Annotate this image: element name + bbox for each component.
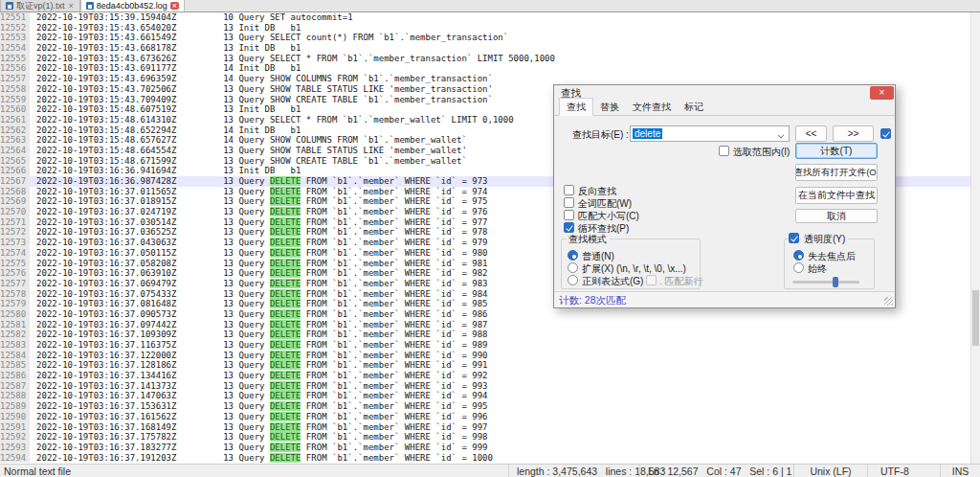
tab-label: 取证vp(1).txt bbox=[16, 0, 65, 12]
cursor-position-status: Ln : 12,567 Col : 47 Sel : 6 | 1 bbox=[639, 465, 793, 477]
search-input[interactable]: delete bbox=[630, 125, 790, 142]
match-case-label: 匹配大小写(C) bbox=[578, 210, 639, 223]
match-case-checkbox[interactable] bbox=[564, 210, 574, 220]
line-number: 12577 bbox=[0, 279, 30, 289]
find-all-current-doc-button[interactable]: 在当前文件中查找 bbox=[795, 187, 878, 204]
line-number: 12587 bbox=[0, 381, 30, 392]
whole-word-checkbox[interactable] bbox=[564, 197, 574, 208]
log-line[interactable]: 125902022-10-19T03:16:37.161562Z 13 Quer… bbox=[0, 412, 970, 422]
dialog-close-button[interactable]: × bbox=[870, 86, 894, 100]
log-line[interactable]: 125872022-10-19T03:16:37.141373Z 13 Quer… bbox=[0, 381, 970, 392]
search-mode-label: 查找模式 bbox=[566, 233, 610, 246]
tab-file-1[interactable]: 取证vp(1).txt × bbox=[0, 0, 80, 11]
find-next-button[interactable]: >> bbox=[833, 125, 874, 142]
chevron-down-icon[interactable] bbox=[778, 132, 785, 139]
log-line[interactable]: 125572022-10-19T03:15:43.696359Z 14 Quer… bbox=[0, 74, 970, 84]
line-number: 12589 bbox=[0, 401, 30, 412]
eol-format-status[interactable]: Unix (LF) bbox=[793, 465, 867, 477]
find-target-label: 查找目标(E) : bbox=[572, 128, 629, 142]
count-button[interactable]: 计数(T) bbox=[795, 143, 878, 159]
dialog-status-bar: 计数: 28次匹配 bbox=[554, 291, 895, 307]
log-line[interactable]: 125562022-10-19T03:15:43.691177Z 14 Init… bbox=[0, 63, 970, 74]
line-number: 12578 bbox=[0, 289, 30, 300]
scrollbar-thumb[interactable] bbox=[972, 290, 979, 346]
line-number: 12593 bbox=[0, 443, 30, 453]
log-line[interactable]: 125932022-10-19T03:16:37.183277Z 13 Quer… bbox=[0, 443, 970, 453]
log-line[interactable]: 125542022-10-19T03:15:43.668178Z 13 Init… bbox=[0, 43, 970, 54]
cancel-button[interactable]: 取消 bbox=[795, 209, 878, 223]
search-match-highlight: DELETE bbox=[270, 238, 301, 247]
line-number: 12580 bbox=[0, 309, 30, 320]
line-number: 12558 bbox=[0, 84, 30, 95]
tab-mark[interactable]: 标记 bbox=[678, 99, 710, 115]
regex-mode-label: 正则表达式(G) bbox=[582, 275, 643, 288]
backward-direction-checkbox[interactable] bbox=[564, 185, 574, 195]
tab-find-in-files[interactable]: 文件查找 bbox=[626, 99, 678, 115]
search-match-highlight: DELETE bbox=[270, 279, 301, 288]
log-line-text: 2022-10-19T03:15:43.691177Z 14 Init DB b… bbox=[30, 63, 970, 74]
log-line[interactable]: 125892022-10-19T03:16:37.153631Z 13 Quer… bbox=[0, 401, 970, 412]
backward-direction-label: 反向查找 bbox=[578, 185, 616, 198]
search-match-highlight: DELETE bbox=[270, 381, 301, 391]
normal-mode-radio[interactable] bbox=[568, 250, 578, 261]
search-match-highlight: DELETE bbox=[270, 391, 301, 400]
log-line-text: 2022-10-19T03:16:37.153631Z 13 Query DEL… bbox=[30, 401, 970, 412]
close-tab-icon[interactable]: × bbox=[170, 2, 179, 10]
log-line[interactable]: 125832022-10-19T03:16:37.116375Z 13 Quer… bbox=[0, 340, 970, 351]
line-number: 12556 bbox=[0, 63, 30, 74]
log-line[interactable]: 125522022-10-19T03:15:43.654020Z 13 Init… bbox=[0, 23, 970, 34]
encoding-status[interactable]: UTF-8 bbox=[867, 465, 940, 477]
always-radio[interactable] bbox=[793, 262, 804, 273]
on-lose-focus-radio[interactable] bbox=[793, 250, 804, 261]
line-number: 12573 bbox=[0, 238, 30, 248]
tab-bar: 取证vp(1).txt × 8eda4cb0b452.log × bbox=[0, 0, 980, 12]
search-match-highlight: DELETE bbox=[270, 259, 301, 268]
log-line[interactable]: 125802022-10-19T03:16:37.090573Z 13 Quer… bbox=[0, 309, 970, 320]
find-all-open-docs-button[interactable]: 查找所有打开文件(O) bbox=[795, 164, 878, 181]
log-line[interactable]: 125852022-10-19T03:16:37.128186Z 13 Quer… bbox=[0, 360, 970, 371]
log-line-text: 2022-10-19T03:16:37.116375Z 13 Query DEL… bbox=[30, 340, 970, 351]
log-line[interactable]: 125532022-10-19T03:15:43.661549Z 13 Quer… bbox=[0, 33, 970, 43]
regex-mode-radio[interactable] bbox=[568, 275, 578, 285]
transparency-slider-thumb[interactable] bbox=[833, 277, 838, 287]
extended-mode-radio[interactable] bbox=[568, 262, 578, 273]
log-line[interactable]: 125812022-10-19T03:16:37.097442Z 13 Quer… bbox=[0, 320, 970, 330]
log-line[interactable]: 125552022-10-19T03:15:43.673626Z 13 Quer… bbox=[0, 54, 970, 64]
line-number: 12594 bbox=[0, 453, 30, 464]
find-dialog: 查找 × 查找 替换 文件查找 标记 查找目标(E) : delete << >… bbox=[553, 84, 896, 308]
log-line[interactable]: 125822022-10-19T03:16:37.109309Z 13 Quer… bbox=[0, 329, 970, 340]
log-line-text: 2022-10-19T03:16:37.175782Z 13 Query DEL… bbox=[30, 432, 970, 443]
log-line[interactable]: 125862022-10-19T03:16:37.134416Z 13 Quer… bbox=[0, 371, 970, 381]
log-line[interactable]: 125882022-10-19T03:16:37.147063Z 13 Quer… bbox=[0, 391, 970, 401]
wrap-around-checkbox[interactable] bbox=[564, 222, 574, 233]
dialog-title-bar[interactable]: 查找 × bbox=[554, 85, 895, 101]
search-match-highlight: DELETE bbox=[270, 360, 301, 370]
two-buttons-mode-checkbox[interactable] bbox=[880, 128, 891, 139]
transparency-label: 透明度(Y) bbox=[801, 233, 848, 246]
log-line-text: 2022-10-19T03:15:43.661549Z 13 Query SEL… bbox=[30, 33, 970, 43]
line-number: 12586 bbox=[0, 371, 30, 381]
in-selection-checkbox[interactable] bbox=[719, 146, 729, 156]
transparency-slider[interactable] bbox=[792, 281, 859, 284]
log-line[interactable]: 125512022-10-19T03:15:39.159404Z 10 Quer… bbox=[0, 12, 970, 23]
insert-mode-status[interactable]: INS bbox=[940, 465, 980, 477]
on-lose-focus-label: 失去焦点后 bbox=[808, 250, 856, 263]
tab-file-2[interactable]: 8eda4cb0b452.log × bbox=[80, 0, 185, 11]
log-line[interactable]: 125842022-10-19T03:16:37.122000Z 13 Quer… bbox=[0, 351, 970, 361]
log-line-text: 2022-10-19T03:16:37.191203Z 13 Query DEL… bbox=[30, 453, 970, 464]
line-number: 12551 bbox=[0, 12, 30, 23]
line-number: 12591 bbox=[0, 422, 30, 433]
resize-grip[interactable] bbox=[884, 297, 893, 306]
close-tab-icon[interactable]: × bbox=[68, 2, 75, 10]
vertical-scrollbar[interactable] bbox=[970, 12, 980, 464]
tab-replace[interactable]: 替换 bbox=[593, 99, 626, 115]
search-match-highlight: DELETE bbox=[270, 176, 301, 186]
transparency-checkbox[interactable] bbox=[789, 233, 799, 243]
find-prev-button[interactable]: << bbox=[795, 125, 827, 142]
line-number: 12582 bbox=[0, 329, 30, 340]
search-match-highlight: DELETE bbox=[270, 309, 301, 319]
line-number: 12581 bbox=[0, 320, 30, 330]
log-line[interactable]: 125912022-10-19T03:16:37.168149Z 13 Quer… bbox=[0, 422, 970, 433]
log-line[interactable]: 125942022-10-19T03:16:37.191203Z 13 Quer… bbox=[0, 453, 970, 464]
log-line[interactable]: 125922022-10-19T03:16:37.175782Z 13 Quer… bbox=[0, 432, 970, 443]
